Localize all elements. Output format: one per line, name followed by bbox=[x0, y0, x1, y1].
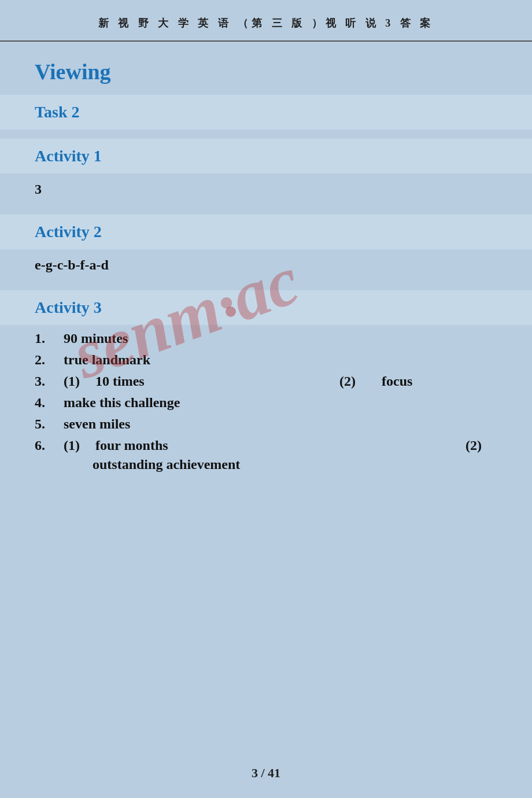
viewing-title: Viewing bbox=[0, 53, 532, 95]
page-header: 新 视 野 大 学 英 语 （第 三 版 ）视 听 说 3 答 案 bbox=[0, 0, 532, 42]
item-text: make this challenge bbox=[64, 395, 497, 411]
item-text: true landmark bbox=[64, 352, 497, 368]
sub-pair-left: (1) 10 times bbox=[64, 374, 339, 389]
list-item: 5. seven miles bbox=[35, 416, 497, 432]
sub-value: four months bbox=[95, 438, 466, 453]
list-item: 1. 90 minutes bbox=[35, 331, 497, 346]
list-item: 3. (1) 10 times (2) focus bbox=[35, 374, 497, 389]
sub-label: (2) bbox=[339, 374, 371, 389]
item-pair: (1) 10 times (2) focus bbox=[64, 374, 497, 389]
task2-bar: Task 2 bbox=[0, 95, 532, 130]
activity2-answer: e-g-c-b-f-a-d bbox=[35, 257, 109, 272]
item-num: 3. bbox=[35, 374, 64, 389]
sub-pair-left: (1) four months bbox=[64, 438, 466, 453]
sub-pair: (1) 10 times (2) focus bbox=[64, 374, 497, 389]
list-item: 2. true landmark bbox=[35, 352, 497, 368]
item-text: 90 minutes bbox=[64, 331, 497, 346]
activity2-answer-block: e-g-c-b-f-a-d bbox=[0, 249, 532, 281]
extra-line: outstanding achievement bbox=[35, 453, 240, 472]
activity1-bar: Activity 1 bbox=[0, 139, 532, 173]
item-pair: (1) four months (2) bbox=[64, 438, 497, 453]
item-num: 5. bbox=[35, 416, 64, 432]
activity3-bar: Activity 3 bbox=[0, 290, 532, 325]
header-title: 新 视 野 大 学 英 语 （第 三 版 ）视 听 说 3 答 案 bbox=[98, 17, 434, 29]
sub-pair: (1) four months (2) bbox=[64, 438, 497, 453]
sub-label: (1) bbox=[64, 438, 95, 453]
activity2-bar: Activity 2 bbox=[0, 215, 532, 249]
sub-label: (1) bbox=[64, 374, 95, 389]
activity3-label: Activity 3 bbox=[35, 298, 102, 316]
activity1-answer-block: 3 bbox=[0, 173, 532, 205]
activity1-answer: 3 bbox=[35, 182, 42, 197]
page-footer: 3 / 41 bbox=[0, 766, 532, 781]
item-num: 1. bbox=[35, 331, 64, 346]
list-item: 4. make this challenge bbox=[35, 395, 497, 411]
watermark-dot bbox=[226, 306, 236, 317]
task2-label: Task 2 bbox=[35, 103, 80, 121]
activity3-list: 1. 90 minutes 2. true landmark 3. (1) 10… bbox=[0, 325, 532, 484]
activity1-label: Activity 1 bbox=[35, 147, 102, 165]
sub-value: 10 times bbox=[95, 374, 339, 389]
sub-label: (2) bbox=[466, 438, 497, 453]
activity2-label: Activity 2 bbox=[35, 223, 102, 241]
item-num: 4. bbox=[35, 395, 64, 411]
sub-pair-right: focus bbox=[382, 374, 497, 389]
item-text: seven miles bbox=[64, 416, 497, 432]
list-item: 6. (1) four months (2) outstanding achie… bbox=[35, 438, 497, 472]
item-num: 6. bbox=[35, 438, 64, 453]
item-num: 2. bbox=[35, 352, 64, 368]
pagination: 3 / 41 bbox=[252, 766, 280, 780]
